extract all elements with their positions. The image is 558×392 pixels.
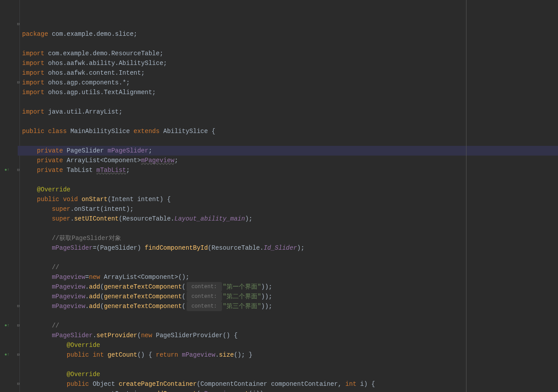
code-line[interactable]: mPageview=new ArrayList<Component>(); (20, 272, 558, 282)
code-line[interactable]: componentContainer.addComponent(mPagevie… (20, 389, 558, 392)
code-line[interactable]: public int getCount() { return mPageview… (20, 350, 558, 360)
code-line[interactable]: // (20, 263, 558, 272)
gutter-line[interactable] (0, 0, 19, 10)
gutter-line[interactable] (0, 185, 19, 194)
gutter-line[interactable] (0, 224, 19, 233)
gutter-line[interactable]: ●↑⊟ (0, 321, 19, 331)
code-line[interactable]: @Override (20, 340, 558, 350)
token: aafwk (67, 68, 85, 78)
gutter-line[interactable]: ⊟ (0, 19, 19, 29)
token: getCount (107, 350, 137, 360)
gutter-line[interactable] (0, 233, 19, 243)
gutter-line[interactable]: ⊟ (0, 379, 19, 389)
code-line[interactable]: private PageSlider mPageSlider; (18, 146, 558, 156)
override-icon[interactable]: ●↑ (4, 350, 10, 360)
code-line[interactable] (20, 311, 558, 321)
gutter-line[interactable] (0, 68, 19, 78)
gutter-line[interactable] (0, 282, 19, 292)
gutter-line[interactable] (0, 360, 19, 369)
override-icon[interactable]: ●↑ (4, 321, 10, 331)
gutter-line[interactable]: ⊟ (0, 301, 19, 311)
code-line[interactable] (20, 253, 558, 263)
code-line[interactable]: mPageSlider=(PageSlider) findComponentBy… (20, 243, 558, 253)
code-line[interactable]: private TabList mTabList; (20, 165, 558, 175)
code-line[interactable]: import ohos.aafwk.content.Intent; (20, 68, 558, 78)
gutter-line[interactable] (0, 107, 19, 117)
token: ( (100, 292, 103, 301)
token: public class (22, 126, 70, 136)
token: new (141, 331, 156, 340)
code-line[interactable]: mPageview.add(generateTextComponent( con… (20, 292, 558, 301)
gutter-line[interactable]: ●↑⊟ (0, 165, 19, 175)
gutter-line[interactable] (0, 146, 19, 156)
code-line[interactable] (20, 175, 558, 185)
gutter-line[interactable] (0, 39, 19, 49)
code-line[interactable] (20, 360, 558, 369)
code-line[interactable]: @Override (20, 369, 558, 379)
code-line[interactable]: import com.example.demo.ResourceTable; (20, 49, 558, 58)
gutter-line[interactable] (0, 117, 19, 126)
gutter-line[interactable]: ⊟ (0, 78, 19, 88)
token: mPageview (52, 292, 85, 301)
gutter-line[interactable] (0, 204, 19, 214)
code-line[interactable]: // (20, 321, 558, 331)
gutter-line[interactable] (0, 243, 19, 253)
code-line[interactable] (20, 117, 558, 126)
override-icon[interactable]: ●↑ (4, 165, 10, 175)
code-line[interactable]: public void onStart(Intent intent) { (20, 194, 558, 204)
code-line[interactable]: mPageview.add(generateTextComponent( con… (20, 301, 558, 311)
gutter-line[interactable] (0, 340, 19, 350)
gutter-line[interactable] (0, 29, 19, 39)
code-line[interactable]: super.onStart(intent); (20, 204, 558, 214)
gutter-line[interactable] (0, 292, 19, 301)
gutter-line[interactable] (0, 97, 19, 107)
gutter-line[interactable] (0, 175, 19, 185)
token (141, 243, 145, 253)
token: demo (96, 29, 111, 39)
code-line[interactable]: import ohos.agp.components.*; (20, 78, 558, 88)
code-line[interactable] (20, 136, 558, 146)
code-line[interactable]: package com.example.demo.slice; (20, 29, 558, 39)
code-line[interactable]: import ohos.agp.utils.TextAlignment; (20, 88, 558, 97)
token: Intent (111, 194, 138, 204)
gutter-line[interactable] (0, 272, 19, 282)
code-line[interactable] (20, 97, 558, 107)
code-line[interactable]: import ohos.aafwk.ability.AbilitySlice; (20, 58, 558, 68)
token: super (52, 204, 70, 214)
gutter-line[interactable] (0, 253, 19, 263)
token: com (52, 29, 63, 39)
code-line[interactable]: //获取PageSlider对象 (20, 233, 558, 243)
token: ( (182, 282, 185, 292)
gutter-line[interactable] (0, 311, 19, 321)
gutter-line[interactable] (0, 156, 19, 165)
code-area[interactable]: package com.example.demo.slice;import co… (20, 0, 558, 392)
code-line[interactable]: mPageview.add(generateTextComponent( con… (20, 282, 558, 292)
code-line[interactable]: public class MainAbilitySlice extends Ab… (20, 126, 558, 136)
gutter-line[interactable] (0, 88, 19, 97)
gutter-line[interactable] (0, 49, 19, 58)
code-line[interactable]: private ArrayList<Component>mPageview; (20, 156, 558, 165)
token: = (93, 243, 96, 253)
token: demo (93, 49, 108, 58)
gutter-line[interactable] (0, 126, 19, 136)
code-line[interactable]: mPageSlider.setProvider(new PageSliderPr… (20, 331, 558, 340)
code-line[interactable] (20, 39, 558, 49)
gutter[interactable]: ⊟⊟●↑⊟⊟●↑⊟●↑⊟⊟ (0, 0, 20, 392)
code-line[interactable]: @Override (20, 185, 558, 194)
code-line[interactable]: public Object createPageInContainer(Comp… (20, 379, 558, 389)
token: () (223, 331, 230, 340)
gutter-line[interactable] (0, 58, 19, 68)
gutter-line[interactable]: ●↑⊟ (0, 350, 19, 360)
gutter-line[interactable] (0, 10, 19, 19)
gutter-line[interactable] (0, 214, 19, 224)
token: () (234, 350, 241, 360)
token: private (37, 156, 67, 165)
gutter-line[interactable] (0, 331, 19, 340)
code-line[interactable]: super.setUIContent(ResourceTable.Layout_… (20, 214, 558, 224)
gutter-line[interactable] (0, 136, 19, 146)
gutter-line[interactable] (0, 369, 19, 379)
code-line[interactable]: import java.util.ArrayList; (20, 107, 558, 117)
gutter-line[interactable] (0, 194, 19, 204)
gutter-line[interactable] (0, 263, 19, 272)
code-line[interactable] (20, 224, 558, 233)
